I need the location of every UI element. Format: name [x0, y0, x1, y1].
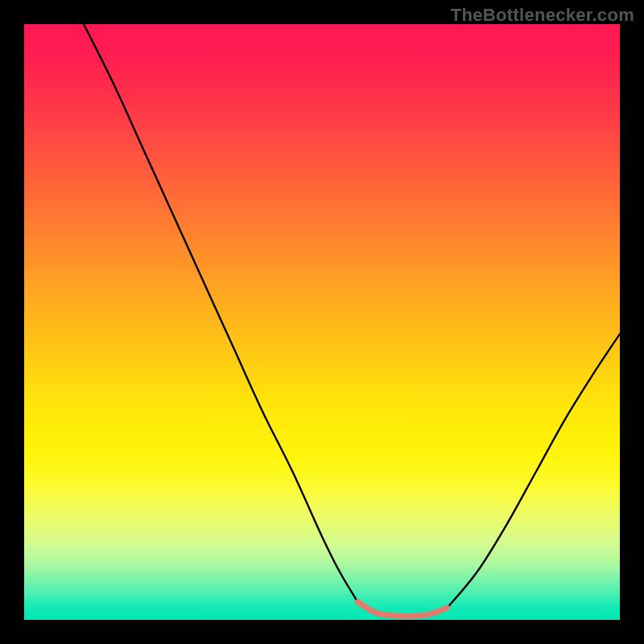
plot-area: [24, 24, 620, 620]
curve-valley-accent: [357, 602, 447, 617]
watermark-text: TheBottlenecker.com: [451, 5, 634, 26]
curve-layer: [24, 24, 620, 620]
curve-left-branch: [84, 24, 357, 602]
curve-right-branch: [447, 334, 620, 608]
chart-frame: TheBottlenecker.com: [0, 0, 644, 644]
